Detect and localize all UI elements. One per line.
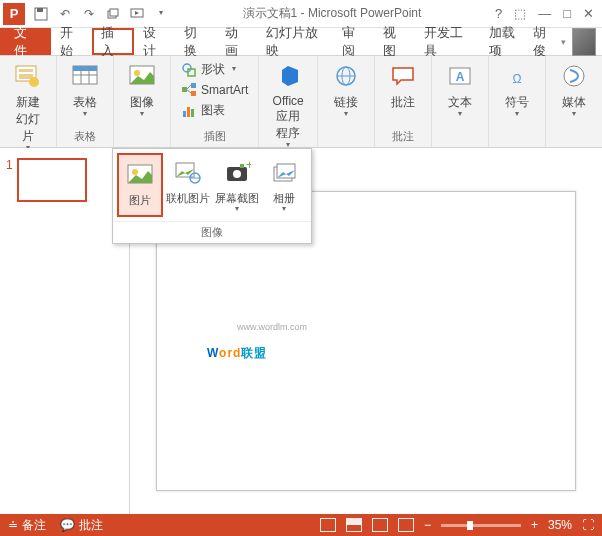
- picture-label: 图片: [129, 193, 151, 208]
- group-media: 媒体 ▾: [546, 56, 602, 147]
- group-apps: Office 应用程序 ▾ 应用程序: [259, 56, 318, 147]
- watermark-w: W: [207, 346, 219, 360]
- comment-icon: [387, 60, 419, 92]
- maximize-icon[interactable]: □: [563, 6, 571, 21]
- watermark: www.wordlm.com Word联盟: [207, 322, 307, 364]
- slide-thumbnail[interactable]: [17, 158, 87, 202]
- group-symbols: Ω 符号 ▾: [489, 56, 546, 147]
- svg-point-8: [29, 77, 39, 87]
- shapes-icon: [181, 62, 197, 78]
- svg-rect-25: [191, 109, 194, 117]
- qat-customize-icon[interactable]: ▾: [153, 5, 169, 21]
- watermark-lm: 联盟: [241, 346, 267, 360]
- symbol-icon: Ω: [501, 60, 533, 92]
- zoom-slider[interactable]: [441, 524, 521, 527]
- svg-rect-17: [188, 69, 195, 76]
- svg-rect-1: [37, 8, 43, 12]
- chart-icon: [181, 103, 197, 119]
- tab-devtools[interactable]: 开发工具: [415, 28, 479, 55]
- tab-slideshow[interactable]: 幻灯片放映: [257, 28, 333, 55]
- close-icon[interactable]: ✕: [583, 6, 594, 21]
- svg-point-16: [183, 64, 191, 72]
- reading-view-icon[interactable]: [372, 518, 388, 532]
- text-button[interactable]: A 文本 ▾: [438, 58, 482, 120]
- slideshow-view-icon[interactable]: [398, 518, 414, 532]
- group-slides: 新建 幻灯片 ▾ 幻灯片: [0, 56, 57, 147]
- tab-view[interactable]: 视图: [374, 28, 415, 55]
- zoom-in-icon[interactable]: +: [531, 518, 538, 532]
- quick-access-toolbar: ↶ ↷ ▾: [33, 6, 169, 22]
- tab-addins[interactable]: 加载项: [480, 28, 533, 55]
- comments-button[interactable]: 💬批注: [60, 517, 103, 534]
- album-icon: [268, 157, 300, 189]
- save-icon[interactable]: [33, 6, 49, 22]
- sorter-view-icon[interactable]: [346, 518, 362, 532]
- new-slide-button[interactable]: 新建 幻灯片 ▾: [6, 58, 50, 154]
- chart-button[interactable]: 图表: [177, 101, 252, 120]
- svg-rect-23: [183, 111, 186, 117]
- redo-icon[interactable]: ↷: [81, 6, 97, 22]
- dropdown-album[interactable]: 相册 ▾: [261, 153, 307, 217]
- window-controls: ? ⬚ — □ ✕: [495, 6, 594, 21]
- svg-line-22: [187, 90, 191, 93]
- image-dropdown: 图片 联机图片 + 屏幕截图 ▾ 相册 ▾ 图像: [112, 148, 312, 244]
- user-name[interactable]: 胡俊: [533, 24, 555, 60]
- svg-point-15: [134, 70, 140, 76]
- tab-transition[interactable]: 切换: [175, 28, 216, 55]
- group-comments-label: 批注: [392, 129, 414, 147]
- media-button[interactable]: 媒体 ▾: [552, 58, 596, 120]
- office-apps-label: Office 应用程序: [271, 94, 305, 142]
- normal-view-icon[interactable]: [320, 518, 336, 532]
- svg-rect-40: [240, 164, 244, 168]
- tab-review[interactable]: 审阅: [333, 28, 374, 55]
- table-button[interactable]: 表格 ▾: [63, 58, 107, 120]
- image-button[interactable]: 图像 ▾: [120, 58, 164, 120]
- tab-insert[interactable]: 插入: [92, 28, 133, 55]
- dropdown-online-picture[interactable]: 联机图片: [163, 153, 212, 217]
- help-icon[interactable]: ?: [495, 6, 502, 21]
- notes-button[interactable]: ≐备注: [8, 517, 46, 534]
- comment-button[interactable]: 批注: [381, 58, 425, 113]
- svg-rect-24: [187, 107, 190, 117]
- tab-design[interactable]: 设计: [134, 28, 175, 55]
- svg-point-32: [564, 66, 584, 86]
- start-slideshow-icon[interactable]: [129, 6, 145, 22]
- new-slide-icon: [12, 60, 44, 92]
- text-icon: A: [444, 60, 476, 92]
- svg-text:+: +: [246, 159, 251, 172]
- tab-home[interactable]: 开始: [51, 28, 92, 55]
- new-slide-label: 新建 幻灯片: [12, 94, 44, 145]
- symbol-button[interactable]: Ω 符号 ▾: [495, 58, 539, 120]
- group-illust-label: 插图: [204, 129, 226, 147]
- dropdown-picture[interactable]: 图片: [117, 153, 163, 217]
- tab-animation[interactable]: 动画: [216, 28, 257, 55]
- repeat-icon[interactable]: [105, 6, 121, 22]
- smartart-button[interactable]: SmartArt: [177, 81, 252, 99]
- thumb-number: 1: [6, 158, 13, 504]
- window-title: 演示文稿1 - Microsoft PowerPoint: [169, 5, 495, 22]
- zoom-out-icon[interactable]: −: [424, 518, 431, 532]
- dropdown-group-label: 图像: [113, 221, 311, 243]
- group-links: 链接 ▾: [318, 56, 375, 147]
- avatar[interactable]: [572, 28, 596, 56]
- svg-rect-3: [110, 9, 118, 16]
- shapes-label: 形状: [201, 61, 225, 78]
- office-apps-button[interactable]: Office 应用程序 ▾: [265, 58, 311, 151]
- fit-window-icon[interactable]: ⛶: [582, 518, 594, 532]
- undo-icon[interactable]: ↶: [57, 6, 73, 22]
- thumbnail-pane: 1: [0, 148, 130, 514]
- shapes-button[interactable]: 形状▾: [177, 60, 252, 79]
- minimize-icon[interactable]: —: [538, 6, 551, 21]
- group-comments: 批注 批注: [375, 56, 432, 147]
- notes-icon: ≐: [8, 518, 18, 532]
- comment-label: 批注: [391, 94, 415, 111]
- ribbon-options-icon[interactable]: ⬚: [514, 6, 526, 21]
- dropdown-screenshot[interactable]: + 屏幕截图 ▾: [212, 153, 261, 217]
- zoom-level[interactable]: 35%: [548, 518, 572, 532]
- ribbon-tabs: 文件 开始 插入 设计 切换 动画 幻灯片放映 审阅 视图 开发工具 加载项 胡…: [0, 28, 602, 56]
- tab-file[interactable]: 文件: [0, 28, 51, 55]
- group-images: 图像 ▾: [114, 56, 171, 147]
- ribbon: 新建 幻灯片 ▾ 幻灯片 表格 ▾ 表格 图像 ▾ 形状▾: [0, 56, 602, 148]
- chart-label: 图表: [201, 102, 225, 119]
- link-button[interactable]: 链接 ▾: [324, 58, 368, 120]
